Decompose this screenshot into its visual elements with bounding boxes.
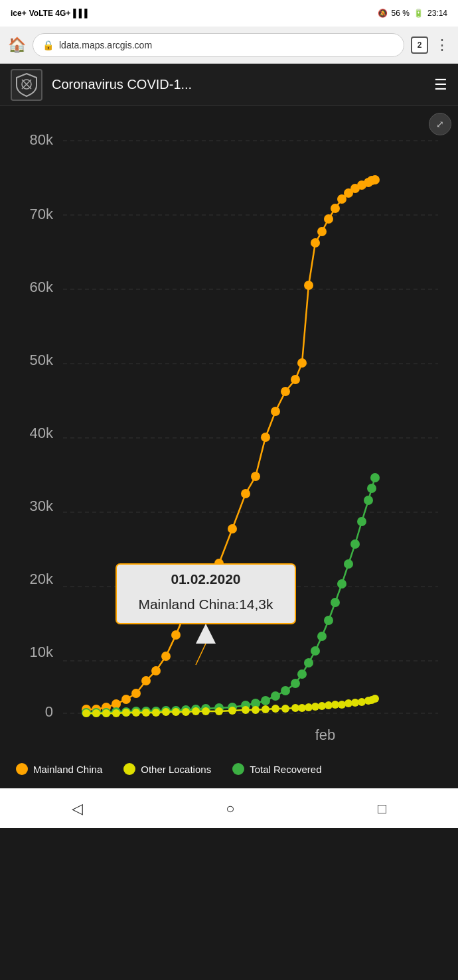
other-locations-label: Other Locations <box>141 764 211 775</box>
svg-point-86 <box>350 539 360 549</box>
svg-point-28 <box>131 689 141 698</box>
svg-text:60k: 60k <box>30 279 54 295</box>
home-button[interactable]: ○ <box>210 795 250 823</box>
svg-point-44 <box>297 358 307 368</box>
svg-point-101 <box>182 708 190 716</box>
svg-point-42 <box>281 387 290 396</box>
network-type: VoLTE 4G+ <box>29 9 71 18</box>
recent-apps-button[interactable]: □ <box>362 795 402 823</box>
svg-point-26 <box>112 699 121 709</box>
tab-count-badge[interactable]: 2 <box>411 36 428 54</box>
svg-point-107 <box>252 706 260 714</box>
svg-text:80k: 80k <box>30 131 54 148</box>
svg-point-89 <box>367 484 376 493</box>
svg-point-94 <box>112 709 120 717</box>
chart-container: ⤢ 80k 70k 60k 50k 40k 30k 20k 10k 0 feb <box>0 106 458 752</box>
bell-icon: 🔕 <box>378 9 388 18</box>
svg-point-40 <box>261 433 270 442</box>
url-text: ldata.maps.arcgis.com <box>59 40 152 50</box>
status-bar: ice+ VoLTE 4G+ ▌▌▌ 🔕 56 % 🔋 23:14 <box>0 0 458 27</box>
svg-point-97 <box>142 709 150 717</box>
svg-point-77 <box>291 679 300 688</box>
legend-total-recovered: Total Recovered <box>232 763 321 775</box>
url-bar[interactable]: 🔒 ldata.maps.arcgis.com <box>33 33 404 57</box>
svg-point-30 <box>151 666 161 675</box>
svg-text:40k: 40k <box>30 425 54 441</box>
svg-point-93 <box>102 709 110 717</box>
signal-bars: ▌▌▌ <box>73 9 90 18</box>
svg-point-49 <box>331 204 340 213</box>
carrier-text: ice+ <box>11 9 27 18</box>
svg-point-76 <box>281 686 290 695</box>
svg-point-85 <box>344 559 353 569</box>
svg-point-82 <box>324 616 333 625</box>
svg-text:10k: 10k <box>30 644 54 660</box>
hamburger-menu-icon[interactable]: ☰ <box>434 76 447 94</box>
legend-other-locations: Other Locations <box>123 763 211 775</box>
mainland-china-label: Mainland China <box>33 764 102 775</box>
svg-point-90 <box>370 473 380 482</box>
legend: Mainland China Other Locations Total Rec… <box>0 752 458 788</box>
svg-point-56 <box>370 175 380 184</box>
total-recovered-label: Total Recovered <box>250 764 321 775</box>
svg-point-78 <box>297 669 307 679</box>
svg-point-92 <box>92 709 100 717</box>
svg-point-91 <box>82 709 90 717</box>
svg-point-48 <box>324 214 333 224</box>
expand-button[interactable]: ⤢ <box>429 113 451 135</box>
mainland-china-dot <box>16 763 28 775</box>
svg-point-37 <box>228 524 237 533</box>
battery-text: 56 % <box>392 9 410 18</box>
svg-point-104 <box>215 707 223 715</box>
browser-bar: 🏠 🔒 ldata.maps.arcgis.com 2 ⋮ <box>0 27 458 64</box>
status-left: ice+ VoLTE 4G+ ▌▌▌ <box>11 9 90 18</box>
svg-point-43 <box>291 375 300 384</box>
browser-menu-icon[interactable]: ⋮ <box>435 36 450 54</box>
svg-point-38 <box>241 489 250 498</box>
svg-point-106 <box>242 706 250 714</box>
svg-point-29 <box>141 676 151 685</box>
svg-point-81 <box>317 632 327 641</box>
svg-point-105 <box>228 707 236 715</box>
bottom-nav: ◁ ○ □ <box>0 788 458 828</box>
svg-point-98 <box>152 709 160 717</box>
svg-rect-3 <box>0 106 458 750</box>
svg-point-84 <box>337 579 346 589</box>
svg-point-95 <box>122 709 130 717</box>
svg-text:Mainland China:14,3k: Mainland China:14,3k <box>138 596 273 612</box>
svg-point-80 <box>311 646 320 656</box>
other-locations-dot <box>123 763 135 775</box>
svg-point-46 <box>311 238 320 247</box>
svg-point-83 <box>331 598 340 607</box>
svg-text:20k: 20k <box>30 571 54 587</box>
shield-logo <box>11 69 42 101</box>
svg-point-118 <box>338 701 346 709</box>
svg-point-121 <box>358 698 366 706</box>
back-button[interactable]: ◁ <box>56 795 99 823</box>
svg-point-102 <box>192 707 200 715</box>
svg-text:0: 0 <box>45 703 53 720</box>
svg-point-41 <box>271 407 280 416</box>
svg-point-109 <box>271 705 279 713</box>
total-recovered-dot <box>232 763 244 775</box>
svg-point-75 <box>271 691 280 701</box>
battery-icon: 🔋 <box>414 9 423 18</box>
svg-point-96 <box>132 709 140 717</box>
svg-point-32 <box>171 630 181 640</box>
chart-svg: 80k 70k 60k 50k 40k 30k 20k 10k 0 feb <box>0 106 458 750</box>
svg-point-88 <box>364 496 373 505</box>
svg-point-100 <box>172 708 180 716</box>
svg-point-39 <box>251 472 260 481</box>
app-header: Coronavirus COVID-1... ☰ <box>0 64 458 106</box>
svg-point-27 <box>121 695 131 704</box>
svg-point-110 <box>281 705 289 713</box>
browser-home-icon[interactable]: 🏠 <box>8 36 26 54</box>
svg-text:feb: feb <box>315 727 336 743</box>
svg-text:01.02.2020: 01.02.2020 <box>171 571 240 587</box>
svg-point-124 <box>371 695 379 703</box>
svg-point-99 <box>162 708 170 716</box>
svg-point-79 <box>304 658 313 667</box>
svg-point-108 <box>262 705 269 713</box>
svg-point-103 <box>202 707 210 715</box>
legend-mainland-china: Mainland China <box>16 763 102 775</box>
